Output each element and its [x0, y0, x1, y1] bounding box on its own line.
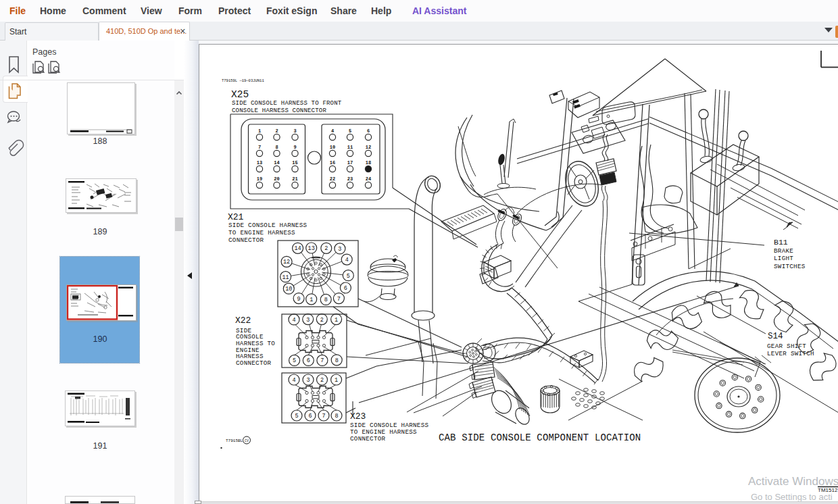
svg-text:17: 17	[347, 160, 353, 166]
svg-text:T7915BL: T7915BL	[226, 438, 243, 443]
svg-text:X25: X25	[231, 89, 249, 100]
svg-text:2: 2	[324, 245, 328, 252]
svg-text:7: 7	[258, 145, 261, 150]
svg-text:2: 2	[320, 377, 324, 384]
svg-text:23: 23	[347, 176, 353, 182]
svg-text:CONNECTOR: CONNECTOR	[350, 435, 386, 443]
svg-text:SIDE CONSOLE HARNESS: SIDE CONSOLE HARNESS	[228, 222, 307, 229]
svg-text:6: 6	[308, 413, 312, 420]
svg-text:TO ENGINE HARNESS: TO ENGINE HARNESS	[228, 229, 295, 236]
svg-text:GEAR SHIFT: GEAR SHIFT	[767, 343, 806, 350]
svg-text:BRAKE: BRAKE	[774, 247, 793, 255]
svg-text:1: 1	[310, 297, 313, 303]
svg-text:8: 8	[335, 357, 339, 364]
svg-text:11: 11	[282, 274, 289, 281]
svg-text:5: 5	[349, 128, 351, 134]
svg-text:X21: X21	[228, 212, 244, 222]
svg-text:22: 22	[330, 176, 335, 182]
svg-text:2: 2	[275, 128, 278, 134]
svg-text:B11: B11	[774, 238, 788, 247]
svg-text:10: 10	[330, 145, 335, 150]
svg-text:9: 9	[293, 145, 296, 150]
svg-text:3: 3	[338, 246, 341, 253]
svg-text:14: 14	[274, 160, 279, 166]
svg-text:CONNECTOR: CONNECTOR	[228, 236, 264, 244]
svg-text:8: 8	[324, 297, 328, 303]
svg-text:6: 6	[307, 357, 310, 364]
svg-text:6: 6	[344, 285, 347, 292]
svg-text:CV: CV	[245, 439, 249, 443]
svg-text:3: 3	[306, 317, 310, 324]
svg-text:SIDE CONSOLE HARNESS TO FRONT: SIDE CONSOLE HARNESS TO FRONT	[232, 100, 342, 107]
svg-text:4: 4	[292, 377, 295, 384]
svg-text:S14: S14	[768, 332, 783, 341]
svg-text:5: 5	[293, 357, 296, 364]
svg-text:19: 19	[257, 176, 262, 182]
svg-text:T79159L —19—03JUN11: T79159L —19—03JUN11	[222, 78, 264, 83]
svg-text:LIGHT: LIGHT	[774, 255, 793, 262]
svg-text:1: 1	[335, 377, 338, 384]
svg-text:16: 16	[330, 160, 335, 166]
svg-text:11: 11	[347, 145, 353, 150]
svg-text:24: 24	[366, 176, 371, 182]
svg-text:21: 21	[292, 176, 297, 182]
svg-text:5: 5	[347, 273, 350, 280]
svg-text:7: 7	[320, 357, 324, 364]
svg-text:5: 5	[295, 413, 298, 420]
svg-text:4: 4	[331, 128, 334, 134]
svg-text:LEVER SWITCH: LEVER SWITCH	[767, 350, 814, 357]
svg-text:8: 8	[275, 145, 278, 150]
svg-text:4: 4	[345, 257, 349, 263]
svg-text:SWITCHES: SWITCHES	[774, 263, 806, 270]
svg-text:7: 7	[337, 296, 341, 303]
svg-text:9: 9	[297, 296, 301, 303]
svg-text:3: 3	[306, 377, 310, 384]
svg-text:20: 20	[274, 176, 279, 182]
svg-text:2: 2	[320, 317, 324, 324]
svg-text:12: 12	[366, 145, 371, 150]
svg-text:6: 6	[367, 128, 370, 134]
svg-text:7: 7	[322, 413, 325, 420]
svg-text:1: 1	[335, 317, 338, 324]
svg-text:CONSOLE HARNESS CONNECTOR: CONSOLE HARNESS CONNECTOR	[232, 107, 326, 114]
svg-text:13: 13	[308, 245, 315, 252]
svg-text:15: 15	[292, 160, 297, 166]
svg-text:CAB SIDE CONSOLE COMPONENT LOC: CAB SIDE CONSOLE COMPONENT LOCATION	[439, 432, 641, 443]
svg-text:8: 8	[335, 413, 338, 420]
svg-text:18: 18	[366, 160, 371, 166]
svg-text:4: 4	[292, 317, 295, 324]
svg-text:14: 14	[294, 245, 301, 252]
svg-text:13: 13	[257, 160, 262, 166]
svg-text:3: 3	[293, 128, 296, 134]
svg-text:CONNECTOR: CONNECTOR	[236, 359, 272, 367]
svg-text:12: 12	[283, 259, 290, 266]
svg-text:1: 1	[258, 128, 261, 134]
svg-text:X22: X22	[235, 316, 251, 326]
svg-text:10: 10	[285, 286, 292, 293]
